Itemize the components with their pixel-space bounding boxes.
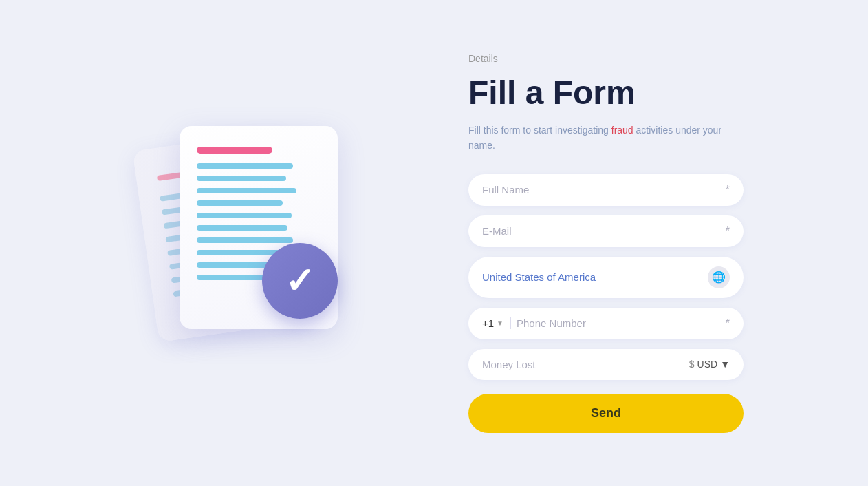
phone-code-dropdown-arrow: ▼ xyxy=(497,319,503,327)
country-value: United States of America xyxy=(482,271,708,283)
illustration xyxy=(124,98,413,388)
doc-front-line-6 xyxy=(197,225,287,231)
full-name-required: * xyxy=(726,184,730,196)
page-container: Details Fill a Form Fill this form to st… xyxy=(0,0,868,486)
country-icon: 🌐 xyxy=(708,266,730,288)
send-button[interactable]: Send xyxy=(468,394,744,433)
doc-front-line-7 xyxy=(197,237,293,243)
doc-front-line-5 xyxy=(197,213,292,218)
phone-required: * xyxy=(726,317,730,330)
form-subtitle: Fill this form to start investigating fr… xyxy=(468,123,744,154)
form-title: Fill a Form xyxy=(468,75,744,112)
full-name-input-wrapper: * xyxy=(468,174,744,206)
form-section: Details Fill a Form Fill this form to st… xyxy=(468,53,744,433)
phone-input[interactable] xyxy=(517,317,720,329)
email-input[interactable] xyxy=(482,225,726,237)
content-wrapper: Details Fill a Form Fill this form to st… xyxy=(56,53,812,433)
full-name-field: * xyxy=(468,174,744,206)
subtitle-fraud-word: fraud xyxy=(611,125,633,136)
money-field: $ USD ▼ xyxy=(468,349,744,380)
phone-input-wrapper: +1 ▼ * xyxy=(468,308,744,339)
phone-country-code[interactable]: +1 ▼ xyxy=(482,317,511,329)
doc-front-line-4 xyxy=(197,200,283,206)
doc-front-line-2 xyxy=(197,176,286,181)
money-input[interactable] xyxy=(482,359,689,370)
doc-front-line-pink xyxy=(197,147,272,154)
phone-code-value: +1 xyxy=(482,317,494,329)
doc-front-line-3 xyxy=(197,188,296,193)
currency-selector[interactable]: $ USD ▼ xyxy=(689,359,730,370)
full-name-input[interactable] xyxy=(482,184,726,196)
email-required: * xyxy=(726,225,730,237)
country-field: United States of America 🌐 xyxy=(468,257,744,298)
doc-front-line-1 xyxy=(197,163,293,169)
money-input-wrapper: $ USD ▼ xyxy=(468,349,744,380)
currency-code: USD xyxy=(697,359,718,370)
email-input-wrapper: * xyxy=(468,215,744,247)
email-field: * xyxy=(468,215,744,247)
breadcrumb: Details xyxy=(468,53,744,64)
currency-dropdown-arrow: ▼ xyxy=(720,359,730,370)
currency-symbol: $ xyxy=(689,359,695,370)
checkmark-circle xyxy=(262,243,338,319)
country-selector[interactable]: United States of America 🌐 xyxy=(468,257,744,298)
phone-field: +1 ▼ * xyxy=(468,308,744,339)
